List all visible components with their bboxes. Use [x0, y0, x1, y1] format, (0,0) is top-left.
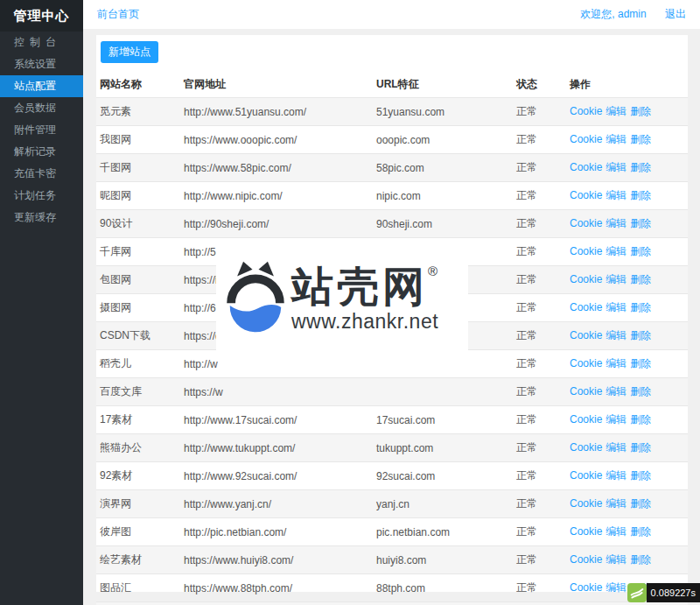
sidebar-item-link[interactable]: 解析记录 [0, 141, 83, 163]
delete-link[interactable]: 删除 [630, 245, 651, 257]
sidebar-item-link[interactable]: 计划任务 [0, 185, 83, 207]
edit-link[interactable]: 编辑 [606, 329, 626, 341]
cookie-link[interactable]: Cookie [570, 329, 602, 341]
status-text: 正常 [513, 98, 566, 126]
edit-link[interactable]: 编辑 [606, 497, 626, 510]
column-header-status: 状态 [513, 72, 566, 98]
table-row: 90设计http://90sheji.com/90sheji.com正常Cook… [96, 210, 688, 238]
edit-link[interactable]: 编辑 [606, 189, 626, 201]
edit-link[interactable]: 编辑 [606, 133, 626, 145]
delete-link[interactable]: 删除 [630, 385, 651, 397]
edit-link[interactable]: 编辑 [606, 469, 626, 482]
delete-link[interactable]: 删除 [630, 357, 651, 369]
logout-link[interactable]: 退出 [665, 8, 686, 20]
url-feature: 51miz.com [373, 602, 513, 605]
edit-link[interactable]: 编辑 [606, 273, 626, 285]
cookie-link[interactable]: Cookie [570, 301, 602, 313]
watermark-text: 站壳网® www.zhankr.net [291, 266, 438, 334]
cookie-link[interactable]: Cookie [570, 497, 602, 510]
site-name: 包图网 [96, 266, 180, 294]
cookie-link[interactable]: Cookie [570, 245, 602, 257]
site-url: https://www.88tph.com/ [180, 574, 373, 602]
delete-link[interactable]: 删除 [630, 413, 651, 426]
url-feature: huiyi8.com [373, 546, 513, 574]
delete-link[interactable]: 删除 [630, 161, 651, 173]
delete-link[interactable]: 删除 [630, 329, 651, 341]
site-name: 千图网 [96, 154, 180, 182]
delete-link[interactable]: 删除 [630, 189, 651, 201]
site-url: https://w [180, 378, 373, 406]
column-header-ops: 操作 [566, 72, 688, 98]
delete-link[interactable]: 删除 [630, 469, 651, 482]
cookie-link[interactable]: Cookie [570, 161, 602, 173]
edit-link[interactable]: 编辑 [606, 245, 626, 257]
edit-link[interactable]: 编辑 [606, 441, 626, 454]
topbar: 前台首页 欢迎您, admin 退出 [83, 0, 700, 29]
sidebar-item-link[interactable]: 控制台 [0, 32, 83, 53]
sidebar-item-link[interactable]: 会员数据 [0, 97, 83, 119]
table-row: 演界网http://www.yanj.cn/yanj.cn正常Cookie编辑删… [96, 490, 688, 518]
delete-link[interactable]: 删除 [630, 525, 651, 538]
registered-mark-icon: ® [428, 264, 438, 278]
edit-link[interactable]: 编辑 [606, 357, 626, 369]
edit-link[interactable]: 编辑 [606, 385, 626, 397]
welcome-admin-link[interactable]: 欢迎您, admin [580, 8, 646, 20]
debug-toolbar: 0.089227s [627, 583, 700, 602]
cookie-link[interactable]: Cookie [570, 525, 602, 538]
page-load-time[interactable]: 0.089227s [647, 583, 700, 602]
delete-link[interactable]: 删除 [630, 273, 651, 285]
cookie-link[interactable]: Cookie [570, 581, 602, 594]
row-actions: Cookie编辑删除 [566, 546, 688, 574]
delete-link[interactable]: 删除 [630, 441, 651, 454]
delete-link[interactable]: 删除 [630, 105, 651, 117]
cookie-link[interactable]: Cookie [570, 217, 602, 229]
edit-link[interactable]: 编辑 [606, 161, 626, 173]
sidebar-item-label: 充值卡密 [14, 163, 56, 185]
url-feature: 58pic.com [373, 154, 513, 182]
cookie-link[interactable]: Cookie [570, 441, 602, 454]
edit-link[interactable]: 编辑 [606, 105, 626, 117]
sidebar-item-link[interactable]: 充值卡密 [0, 163, 83, 185]
cookie-link[interactable]: Cookie [570, 553, 602, 566]
edit-link[interactable]: 编辑 [606, 553, 626, 566]
sidebar-item-link[interactable]: 系统设置 [0, 53, 83, 75]
table-row: 千图网https://www.58pic.com/58pic.com正常Cook… [96, 154, 688, 182]
cookie-link[interactable]: Cookie [570, 189, 602, 201]
edit-link[interactable]: 编辑 [606, 525, 626, 538]
cookie-link[interactable]: Cookie [570, 357, 602, 369]
row-actions: Cookie编辑删除 [566, 126, 688, 154]
thinkphp-logo-icon[interactable] [627, 583, 647, 602]
delete-link[interactable]: 删除 [630, 553, 651, 566]
url-feature: nipic.com [373, 182, 513, 210]
cookie-link[interactable]: Cookie [570, 133, 602, 145]
sidebar-item-active[interactable]: 站点配置 [0, 75, 83, 97]
edit-link[interactable]: 编辑 [606, 413, 626, 426]
sidebar-item-link[interactable]: 附件管理 [0, 119, 83, 141]
edit-link[interactable]: 编辑 [606, 301, 626, 313]
row-actions: Cookie编辑删除 [566, 266, 688, 294]
delete-link[interactable]: 删除 [630, 497, 651, 510]
delete-link[interactable]: 删除 [630, 133, 651, 145]
site-name: 演界网 [96, 490, 180, 518]
delete-link[interactable]: 删除 [630, 217, 651, 229]
sidebar-item-link[interactable]: 更新缓存 [0, 207, 83, 229]
site-url: https://www.huiyi8.com/ [180, 546, 373, 574]
url-feature [373, 378, 513, 406]
cookie-link[interactable]: Cookie [570, 385, 602, 397]
site-name: 绘艺素材 [96, 546, 180, 574]
cookie-link[interactable]: Cookie [570, 105, 602, 117]
row-actions: Cookie编辑删除 [566, 210, 688, 238]
edit-link[interactable]: 编辑 [606, 581, 626, 594]
sidebar: 管理中心 控制台系统设置站点配置会员数据附件管理解析记录充值卡密计划任务更新缓存 [0, 0, 83, 605]
edit-link[interactable]: 编辑 [606, 217, 626, 229]
delete-link[interactable]: 删除 [630, 301, 651, 313]
cookie-link[interactable]: Cookie [570, 273, 602, 285]
add-site-button[interactable]: 新增站点 [101, 41, 158, 63]
frontend-home-link[interactable]: 前台首页 [97, 7, 139, 22]
status-text: 正常 [513, 546, 566, 574]
row-actions: Cookie编辑删除 [566, 322, 688, 350]
cat-logo-icon [225, 259, 286, 340]
cookie-link[interactable]: Cookie [570, 413, 602, 426]
status-text: 正常 [513, 266, 566, 294]
cookie-link[interactable]: Cookie [570, 469, 602, 482]
